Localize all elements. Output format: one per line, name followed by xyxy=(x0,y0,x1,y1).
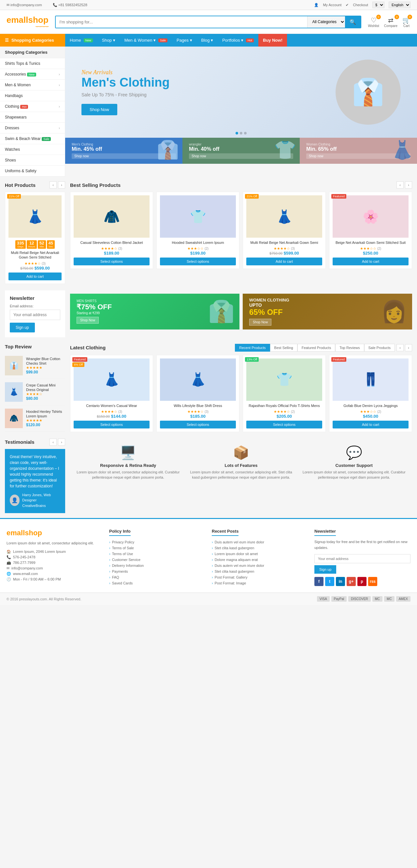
hot-products-next[interactable]: › xyxy=(58,181,65,188)
search-input[interactable] xyxy=(56,16,307,28)
promo-banner-shop-btn-1[interactable]: Shop Now xyxy=(77,317,99,323)
sidebar-item-shapewears[interactable]: Shapewears xyxy=(0,112,65,123)
product-select-options-2[interactable]: Select options xyxy=(160,257,236,265)
footer-desc: Lorem ipsum dolor sit amet, consectetur … xyxy=(6,540,102,546)
banner-dot-3[interactable] xyxy=(244,132,247,134)
tab-recent-products[interactable]: Recent Products xyxy=(235,344,270,352)
linkedin-icon[interactable]: in xyxy=(336,577,345,586)
footer-post-7[interactable]: Post Format: Gallery xyxy=(212,574,308,580)
countdown-hours: 12Hours xyxy=(27,240,37,249)
tab-best-selling[interactable]: Best Selling xyxy=(270,344,297,352)
facebook-icon[interactable]: f xyxy=(315,577,324,586)
footer-phone2: 📠786-277-7999 xyxy=(6,561,102,565)
banner-shop-now-button[interactable]: Shop Now xyxy=(82,104,117,115)
best-selling-prev[interactable]: ‹ xyxy=(396,181,404,188)
best-selling-next[interactable]: › xyxy=(405,181,412,188)
promo-banner-shop-btn-2[interactable]: Shop Now xyxy=(249,319,271,326)
review-price-3: $120.00 xyxy=(26,423,65,427)
latest-btn-3[interactable]: Select options xyxy=(246,421,322,429)
product-select-options-1[interactable]: Select options xyxy=(73,257,150,265)
search-button[interactable]: 🔍 xyxy=(345,16,361,28)
footer-post-2[interactable]: Stet clita kasd gubergren xyxy=(212,545,308,551)
newsletter-promo-row: Newsletter Email address: Sign up MEN SH… xyxy=(0,289,417,342)
testimonials-next[interactable]: › xyxy=(58,439,65,446)
nav-item-blog[interactable]: Blog ▾ xyxy=(197,34,218,46)
newsletter-email-input[interactable] xyxy=(10,310,60,320)
tab-featured-products[interactable]: Featured Products xyxy=(297,344,335,352)
nav-item-shop[interactable]: Shop ▾ xyxy=(97,34,120,46)
latest-image-2: 👗 xyxy=(160,359,236,401)
footer-newsletter-input[interactable] xyxy=(315,554,411,563)
latest-btn-2[interactable]: Select options xyxy=(160,421,236,429)
sidebar-item-accessories[interactable]: Accessories New › xyxy=(0,69,65,80)
footer-link-privacy[interactable]: Privacy Policy xyxy=(109,539,205,545)
footer-post-8[interactable]: Post Format: Image xyxy=(212,580,308,586)
latest-prev[interactable]: ‹ xyxy=(396,344,404,351)
checkout-link[interactable]: ✔ Checkout xyxy=(346,3,368,7)
hot-product-name: Multi Retail Beige Net Anarkali Gown Sem… xyxy=(8,250,62,260)
footer-link-faq[interactable]: FAQ xyxy=(109,574,205,580)
hot-product-add-to-cart[interactable]: Add to cart xyxy=(8,273,62,280)
footer-link-terms-sale[interactable]: Terms of Sale xyxy=(109,545,205,551)
review-name-3: Hooded Henley Tshirts Lorem Ipsum xyxy=(26,409,65,419)
product-add-to-cart-4[interactable]: Add to cart xyxy=(333,257,409,265)
nav-item-home[interactable]: Home New xyxy=(65,34,97,46)
sidebar-item-men-women[interactable]: Men & Women › xyxy=(0,80,65,91)
compare-icon-item[interactable]: ⇄ 0 Compare xyxy=(384,16,397,28)
currency-selector[interactable]: $ xyxy=(373,3,385,7)
sidebar-item-watches[interactable]: Watches xyxy=(0,144,65,155)
nav-item-portfolios[interactable]: Portfolios ▾ Hot xyxy=(218,34,258,46)
footer-link-delivery[interactable]: Delivery Information xyxy=(109,563,205,568)
language-selector[interactable]: English xyxy=(389,3,411,7)
product-add-to-cart-3[interactable]: Add to cart xyxy=(246,257,322,265)
nav-item-pages[interactable]: Pages ▾ xyxy=(172,34,197,46)
sidebar-item-shirts[interactable]: Shirts Tops & Tunics xyxy=(0,58,65,69)
nav-item-buy-now[interactable]: Buy Now! xyxy=(258,34,287,46)
footer-website: 🌐www.emall.com xyxy=(6,572,102,576)
sidebar-item-clothing[interactable]: Clothing Hot › xyxy=(0,101,65,112)
rss-icon[interactable]: rss xyxy=(368,577,377,586)
wishlist-icon-item[interactable]: ♡ 0 Wishlist xyxy=(368,16,379,28)
sidebar-item-handbags[interactable]: Handbags xyxy=(0,91,65,101)
nav-categories-toggle[interactable]: ☰ Shopping Categories xyxy=(0,34,65,46)
nav-item-men-women[interactable]: Men & Women ▾ Sale xyxy=(120,34,172,46)
hot-products-prev[interactable]: ‹ xyxy=(50,181,57,188)
footer-link-terms-use[interactable]: Terms of Use xyxy=(109,551,205,557)
footer-link-saved-cards[interactable]: Saved Cards xyxy=(109,580,205,586)
sidebar-item-swim[interactable]: Swim & Beach Wear Sale xyxy=(0,133,65,144)
top-review-section: Top Review 👔 Wrangler Blue Cotton Checks… xyxy=(5,344,70,432)
banner-dot-2[interactable] xyxy=(240,132,242,134)
footer-post-1[interactable]: Duis autem vel eum iriure dolor xyxy=(212,539,308,545)
banner-title: Men's Clothing xyxy=(82,76,170,90)
logo[interactable]: emallshop 〰〰〰〰 xyxy=(6,15,49,29)
latest-btn-1[interactable]: Select options xyxy=(73,421,150,429)
footer-post-3[interactable]: Lorem ipsum dolor sit amet xyxy=(212,551,308,557)
footer-post-4[interactable]: Dolore magna aliquam erat xyxy=(212,557,308,563)
search-category-select[interactable]: All Categories xyxy=(307,16,345,28)
testimonials-prev[interactable]: ‹ xyxy=(50,439,57,446)
tab-sale-products[interactable]: Sale Products xyxy=(364,344,395,352)
footer-post-5[interactable]: Duis autem vel eum iriure dolor xyxy=(212,563,308,568)
footer-link-payments[interactable]: Payments xyxy=(109,568,205,574)
twitter-icon[interactable]: t xyxy=(325,577,334,586)
tab-top-reviews[interactable]: Top Reviews xyxy=(335,344,364,352)
newsletter-signup-button[interactable]: Sign up xyxy=(10,323,35,333)
chat-icon: 💬 xyxy=(301,445,407,460)
sidebar-item-shoes[interactable]: Shoes xyxy=(0,155,65,166)
promo-strips: Men's Clothing Min. 45% off Shop now 👔 w… xyxy=(65,138,417,164)
banner-dot-1[interactable] xyxy=(236,132,238,134)
testimonial-avatar: 👤 xyxy=(10,495,20,506)
footer-link-customer-service[interactable]: Customer Service xyxy=(109,557,205,563)
footer-newsletter-signup[interactable]: Sign up xyxy=(315,565,336,574)
sidebar-item-dresses[interactable]: Dresses › xyxy=(0,123,65,133)
my-account-link[interactable]: 👤 My Account xyxy=(314,3,341,7)
footer-post-6[interactable]: Stet clita kasd gubergren xyxy=(212,568,308,574)
cart-icon-item[interactable]: 🛒 0 Cart xyxy=(403,16,411,28)
latest-product-3: 13% Off 👕 Rajasthan Royals Official Polo… xyxy=(243,355,326,432)
pinterest-icon[interactable]: p xyxy=(357,577,366,586)
sidebar-item-uniforms[interactable]: Uniforms & Safety xyxy=(0,166,65,177)
latest-next[interactable]: › xyxy=(405,344,412,351)
latest-price-1: $150.00 $144.00 xyxy=(73,414,150,419)
googleplus-icon[interactable]: g+ xyxy=(347,577,356,586)
latest-btn-4[interactable]: Add to cart xyxy=(333,421,409,429)
